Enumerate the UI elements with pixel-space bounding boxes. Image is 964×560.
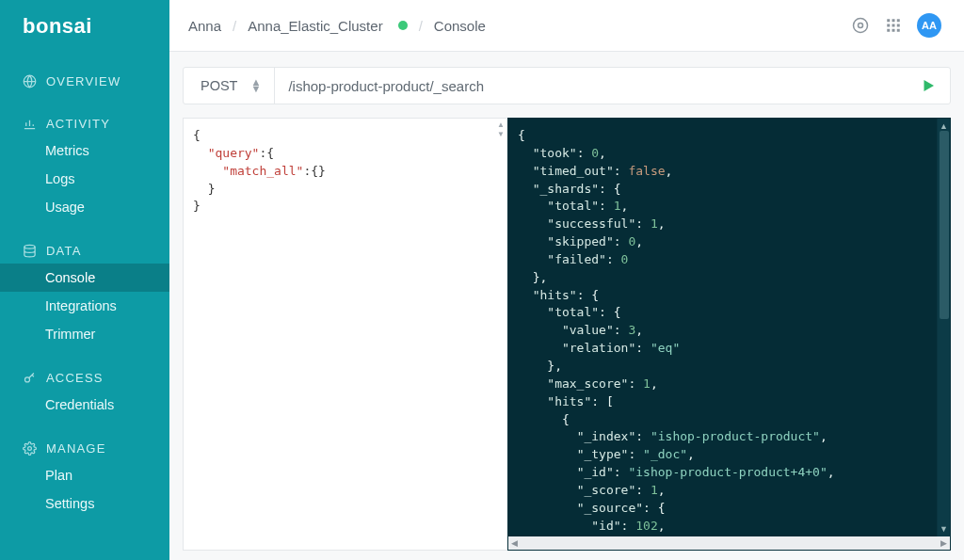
database-icon [23, 244, 37, 258]
sidebar-item-usage[interactable]: Usage [0, 193, 169, 221]
sidebar-item-settings[interactable]: Settings [0, 489, 169, 518]
sidebar: bonsai OVERVIEW ACTIVITY Metrics Logs Us… [0, 0, 169, 560]
nav-overview-label: OVERVIEW [46, 74, 120, 88]
scroll-down-icon[interactable]: ▼ [940, 524, 948, 534]
globe-icon [23, 74, 37, 88]
chevron-updown-icon: ▲▼ [250, 79, 261, 91]
play-icon [920, 77, 937, 94]
svg-rect-14 [897, 29, 900, 32]
svg-rect-9 [887, 24, 890, 27]
svg-point-2 [25, 377, 30, 382]
nav-data[interactable]: DATA [0, 238, 169, 264]
response-body-code[interactable]: { "took": 0, "timed_out": false, "_shard… [508, 119, 937, 536]
sidebar-item-logs[interactable]: Logs [0, 165, 169, 193]
svg-point-4 [854, 19, 868, 33]
help-circle-icon[interactable] [851, 16, 870, 35]
sidebar-item-integrations[interactable]: Integrations [0, 292, 169, 320]
breadcrumb: Anna / Anna_Elastic_Cluster / Console [188, 18, 486, 34]
scrollbar-thumb[interactable] [940, 131, 949, 319]
sidebar-item-console[interactable]: Console [0, 264, 169, 292]
apps-grid-icon[interactable] [885, 17, 902, 34]
nav-activity[interactable]: ACTIVITY [0, 111, 169, 136]
sidebar-item-trimmer[interactable]: Trimmer [0, 320, 169, 348]
key-icon [23, 371, 37, 385]
run-button[interactable] [907, 77, 950, 94]
svg-rect-13 [892, 29, 895, 32]
svg-rect-8 [897, 19, 900, 22]
request-bar: POST ▲▼ [183, 67, 951, 104]
response-viewer: { "took": 0, "timed_out": false, "_shard… [507, 118, 951, 551]
nav-access[interactable]: ACCESS [0, 365, 169, 391]
request-body-code[interactable]: { "query":{ "match_all":{} } } [184, 119, 507, 224]
brand-logo: bonsai [0, 0, 169, 52]
nav-access-label: ACCESS [46, 371, 104, 385]
http-method-select[interactable]: POST ▲▼ [184, 68, 275, 104]
scroll-right-icon[interactable]: ▶ [940, 538, 947, 548]
nav-manage[interactable]: MANAGE [0, 436, 169, 461]
nav-data-label: DATA [46, 244, 82, 258]
breadcrumb-item-3[interactable]: Console [434, 18, 486, 34]
nav-overview[interactable]: OVERVIEW [0, 69, 169, 94]
svg-point-1 [24, 245, 35, 248]
bar-chart-icon [23, 117, 37, 131]
svg-rect-10 [892, 24, 895, 27]
nav-manage-label: MANAGE [46, 441, 106, 456]
breadcrumb-item-1[interactable]: Anna [188, 18, 221, 34]
sidebar-item-metrics[interactable]: Metrics [0, 136, 169, 165]
breadcrumb-sep-icon: / [233, 18, 236, 34]
svg-rect-12 [887, 29, 890, 32]
avatar[interactable]: AA [917, 13, 941, 38]
breadcrumb-sep-icon: / [419, 18, 423, 34]
svg-rect-11 [897, 24, 900, 27]
vertical-scrollbar[interactable]: ▲ ▼ [937, 119, 950, 536]
svg-point-3 [28, 447, 32, 451]
nav-activity-label: ACTIVITY [46, 117, 110, 131]
editor-gutter-arrows: ▲▼ [494, 119, 507, 138]
gear-icon [23, 441, 37, 456]
http-method-value: POST [201, 78, 237, 93]
topbar: Anna / Anna_Elastic_Cluster / Console AA [169, 0, 964, 52]
svg-rect-7 [892, 19, 895, 22]
scroll-up-icon[interactable]: ▲ [940, 121, 948, 131]
breadcrumb-item-2[interactable]: Anna_Elastic_Cluster [248, 18, 382, 34]
request-editor[interactable]: { "query":{ "match_all":{} } } ▲▼ [183, 118, 507, 551]
cluster-status-dot [398, 21, 408, 30]
horizontal-scrollbar[interactable]: ◀ ▶ [508, 536, 950, 550]
main: Anna / Anna_Elastic_Cluster / Console AA… [169, 0, 964, 560]
sidebar-item-credentials[interactable]: Credentials [0, 391, 169, 419]
sidebar-item-plan[interactable]: Plan [0, 461, 169, 489]
svg-point-5 [859, 24, 863, 28]
request-path-input[interactable] [275, 68, 907, 104]
scroll-left-icon[interactable]: ◀ [511, 538, 518, 548]
svg-rect-6 [887, 19, 890, 22]
